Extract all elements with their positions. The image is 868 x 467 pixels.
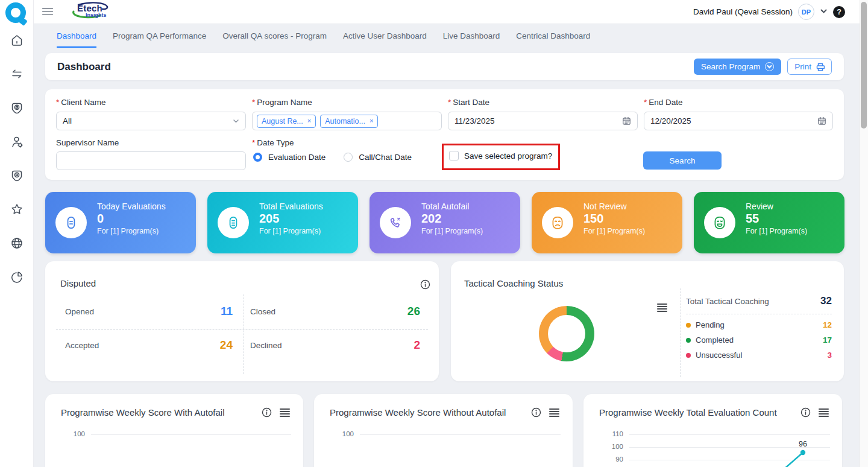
stat-subtitle: For [1] Program(s): [746, 227, 840, 235]
stat-card-today-evaluations[interactable]: Today Evaluations 0 For [1] Program(s): [45, 192, 196, 253]
evaluation-badge-icon[interactable]: [10, 101, 24, 115]
print-button[interactable]: Print: [787, 59, 832, 75]
happy-face-icon: [704, 207, 735, 238]
chip-remove-icon[interactable]: ×: [370, 118, 373, 124]
home-icon[interactable]: [10, 34, 24, 47]
save-program-label: Save selected program?: [464, 151, 552, 160]
y-tick: 90: [599, 456, 623, 463]
chart-weekly-score-with-autofail: Programwise Weekly Score With Autofail 1…: [45, 394, 303, 467]
tab-live-dashboard[interactable]: Live Dashboard: [443, 31, 500, 48]
info-icon[interactable]: [800, 407, 811, 418]
tab-active-user-dashboard[interactable]: Active User Dashboard: [343, 31, 427, 48]
chart-menu-icon[interactable]: [657, 303, 667, 312]
stat-card-not-review[interactable]: Not Review 150 For [1] Program(s): [532, 192, 682, 253]
start-date-value: 11/23/2025: [454, 116, 495, 125]
disputed-closed: Closed 26: [250, 305, 420, 318]
calendar-icon[interactable]: [622, 116, 631, 125]
program-chip[interactable]: August Re... ×: [257, 115, 316, 128]
tab-centrical-dashboard[interactable]: Centrical Dashboard: [516, 31, 590, 48]
legend-value: 17: [823, 335, 832, 345]
disputed-declined-label: Declined: [250, 341, 282, 350]
stat-card-total-evaluations[interactable]: Total Evaluations 205 For [1] Program(s): [207, 192, 358, 253]
chevron-down-icon[interactable]: [820, 7, 828, 17]
info-icon[interactable]: [420, 279, 430, 290]
tab-dashboard[interactable]: Dashboard: [57, 31, 96, 48]
legend-item-unsuccessful: Unsuccessful 3: [686, 351, 832, 360]
globe-icon[interactable]: [10, 237, 24, 250]
chart-menu-icon[interactable]: [280, 408, 290, 417]
chart-weekly-score-without-autofail: Programwise Weekly Score Without Autofai…: [314, 394, 573, 467]
menu-hamburger-icon[interactable]: [42, 8, 53, 16]
stat-title: Total Evaluations: [259, 202, 353, 211]
supervisor-name-label: Supervisor Name: [56, 138, 119, 147]
chip-remove-icon[interactable]: ×: [307, 118, 311, 124]
tab-overall-qa-scores-program[interactable]: Overall QA scores - Program: [222, 31, 327, 48]
tactical-donut-chart[interactable]: [539, 306, 594, 361]
stat-value: 150: [583, 212, 678, 226]
evaluation-date-label: Evaluation Date: [268, 153, 326, 162]
program-chip-label: August Re...: [262, 117, 303, 125]
stat-title: Total Autofail: [421, 202, 515, 211]
evaluation-note-icon: [218, 207, 249, 238]
dashboard-app: Etech Insights David Paul (Qeval Session…: [0, 0, 868, 467]
stat-card-review[interactable]: Review 55 For [1] Program(s): [694, 192, 844, 253]
stat-title: Review: [746, 202, 840, 211]
chart-menu-icon[interactable]: [819, 408, 829, 417]
disputed-closed-label: Closed: [250, 307, 275, 316]
save-program-checkbox[interactable]: [449, 151, 459, 160]
legend-value: 3: [827, 351, 832, 360]
end-date-input[interactable]: 12/20/2025: [644, 112, 833, 130]
info-icon[interactable]: [262, 407, 272, 418]
scrollbar-track[interactable]: [860, 0, 868, 467]
disputed-opened-label: Opened: [65, 307, 94, 316]
chart-menu-icon[interactable]: [549, 408, 559, 417]
user-settings-icon[interactable]: [10, 135, 24, 148]
reports-pie-icon[interactable]: [10, 270, 24, 284]
chevron-down-circle-icon: [765, 62, 774, 71]
y-tick: 110: [599, 430, 623, 437]
stat-card-total-autofail[interactable]: Total Autofail 202 For [1] Program(s): [370, 192, 520, 253]
search-button[interactable]: Search: [643, 151, 722, 170]
info-icon[interactable]: [531, 407, 541, 418]
legend-label: Completed: [696, 335, 734, 345]
help-icon[interactable]: ?: [833, 6, 845, 18]
call-chat-date-label: Call/Chat Date: [359, 153, 412, 162]
client-name-select[interactable]: All: [56, 112, 246, 130]
divider: [686, 314, 832, 314]
program-chip[interactable]: Automatio... ×: [320, 115, 378, 128]
search-program-label: Search Program: [701, 62, 760, 71]
tab-program-qa-performance[interactable]: Program QA Performance: [113, 31, 206, 48]
program-name-label: *Program Name: [252, 98, 312, 107]
evaluation-date-radio[interactable]: [253, 153, 262, 162]
client-name-value: All: [63, 116, 72, 125]
disputed-panel: Disputed Opened 11 Closed 26 Accepted 24…: [45, 261, 439, 381]
end-date-label: *End Date: [644, 98, 683, 107]
chart-weekly-total-evaluation-count: Programwise Weekly Total Evaluation Coun…: [583, 394, 842, 467]
start-date-input[interactable]: 11/23/2025: [448, 112, 638, 130]
save-program-row: Save selected program?: [449, 151, 552, 160]
legend-item-pending: Pending 12: [686, 320, 832, 329]
transfer-icon[interactable]: [10, 68, 24, 81]
avatar[interactable]: DP: [798, 4, 814, 20]
favorites-star-icon[interactable]: [10, 203, 24, 216]
stat-title: Not Review: [583, 202, 678, 211]
supervisor-name-input[interactable]: [56, 151, 246, 170]
calendar-icon[interactable]: [817, 116, 826, 125]
scrollbar-thumb[interactable]: [861, 2, 867, 129]
tactical-total-label: Total Tactical Coaching: [686, 297, 769, 306]
divider: [56, 329, 428, 330]
tactical-total-row: Total Tactical Coaching 32: [686, 295, 832, 307]
program-name-multiselect[interactable]: August Re... × Automatio... ×: [252, 112, 442, 130]
tactical-title: Tactical Coaching Status: [464, 278, 563, 288]
qeval-logo[interactable]: [5, 2, 28, 25]
printer-icon: [816, 63, 825, 71]
search-program-button[interactable]: Search Program: [694, 59, 781, 75]
coaching-badge-icon[interactable]: [10, 169, 24, 182]
legend-dot: [686, 353, 691, 358]
legend-label: Unsuccessful: [696, 351, 742, 360]
stat-title: Today Evaluations: [97, 202, 191, 211]
phone-missed-icon: [380, 207, 411, 238]
call-chat-date-radio[interactable]: [344, 153, 353, 162]
stat-value: 205: [259, 212, 353, 226]
sad-face-icon: [542, 207, 573, 238]
